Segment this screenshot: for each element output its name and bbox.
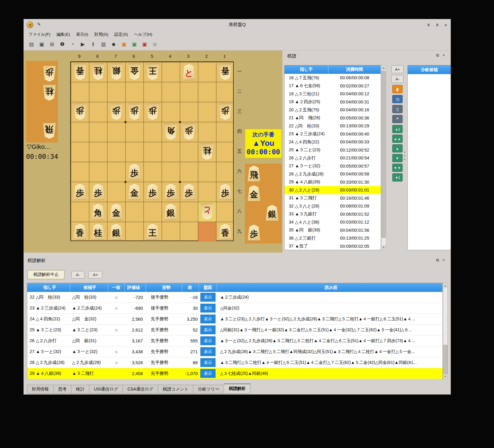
face-icon[interactable]: ☺ — [151, 40, 159, 48]
piece-銀[interactable]: 銀 — [164, 204, 178, 220]
analysis-row[interactable]: 22 △同 桂(33)△同 桂(33)○-720後手優勢-16表示▲２三歩成(2… — [27, 292, 443, 303]
mark-green-icon[interactable]: ▣ — [130, 40, 138, 48]
comment-button[interactable]: ❝ — [392, 115, 403, 123]
panel-splitter[interactable] — [404, 152, 406, 164]
analysis-scrollbar[interactable]: ▲ ▼ — [443, 283, 448, 379]
show-board-button[interactable]: 表示 — [200, 293, 216, 302]
tab-CSA通信ログ[interactable]: CSA通信ログ — [123, 385, 158, 394]
menu-編集(E)[interactable]: 編集(E) — [54, 31, 73, 38]
sente-hand-piece-銀[interactable]: 銀 — [265, 205, 279, 221]
piece-歩[interactable]: 歩 — [127, 104, 141, 120]
kifu-row[interactable]: 16 △７五飛(76)00:06/00:00:08 — [285, 74, 381, 82]
nav-forward10-button[interactable]: ▼▼ — [392, 164, 403, 172]
kifu-row[interactable]: 20 △２五飛(75)00:04/00:00:16 — [285, 106, 381, 114]
menu-設定(S)[interactable]: 設定(S) — [111, 31, 131, 38]
tab-棋譜解析[interactable]: 棋譜解析 — [224, 384, 250, 394]
bookmark-button[interactable]: ▮ — [392, 85, 403, 93]
show-board-button[interactable]: 表示 — [200, 304, 216, 312]
kifu-row[interactable]: 37 ▲投了00:09/00:02:05 — [285, 242, 381, 250]
kifu-row[interactable]: 29 ▲４八銀(39)00:33/00:01:30 — [285, 178, 381, 186]
analysis-row[interactable]: 23 ▲２三歩成(24)▲２三歩成(24)○-690後手優勢30表示△同金(32… — [27, 303, 443, 314]
piece-香[interactable]: 香 — [73, 64, 87, 80]
show-board-button[interactable]: 表示 — [200, 369, 216, 378]
piece-歩[interactable]: 歩 — [218, 104, 232, 120]
piece-歩[interactable]: 歩 — [182, 124, 196, 140]
piece-王[interactable]: 王 — [146, 224, 160, 240]
menu-表示(I)[interactable]: 表示(I) — [73, 31, 91, 38]
gote-hand-piece-飛[interactable]: 飛 — [42, 123, 56, 139]
piece-香[interactable]: 香 — [73, 224, 87, 240]
kifu-row[interactable]: 27 ▲３一と(32)00:05/00:00:57 — [285, 162, 381, 170]
mark-red-icon[interactable]: ▣ — [140, 40, 149, 48]
stop-analysis-button[interactable]: 棋譜解析中止 — [28, 270, 64, 279]
kifu-row[interactable]: 28 △２九歩成(28)00:04/00:00:58 — [285, 170, 381, 178]
mark-orange-icon[interactable]: ▣ — [120, 40, 128, 48]
kifu-font-smaller-button[interactable]: A- — [391, 75, 403, 83]
float-panel-icon[interactable]: ⧉ — [436, 53, 439, 58]
piece-王[interactable]: 王 — [146, 64, 160, 80]
show-board-button[interactable]: 表示 — [200, 358, 216, 367]
piece-銀[interactable]: 銀 — [109, 224, 123, 240]
menu-ファイル(F)[interactable]: ファイル(F) — [25, 31, 54, 38]
piece-桂[interactable]: 桂 — [91, 64, 105, 80]
nav-first-button[interactable]: ▲| — [392, 125, 403, 133]
clock-button[interactable]: ◷ — [392, 95, 403, 103]
kifu-row[interactable]: 22 △同 桂(33)00:13/00:00:29 — [285, 122, 381, 130]
kifu-scrollbar[interactable]: ▲ ▼ — [381, 65, 386, 250]
nav-forward-button[interactable]: ▼ — [392, 154, 403, 162]
nav-last-button[interactable]: ▼| — [392, 173, 403, 181]
kifu-row[interactable]: 19 ▲２四歩(25)00:04/00:00:31 — [285, 98, 381, 106]
scroll-down-arrow[interactable]: ▼ — [443, 374, 447, 379]
tab-分岐ツリー[interactable]: 分岐ツリー — [193, 385, 224, 394]
scroll-up-arrow[interactable]: ▲ — [443, 283, 447, 288]
kifu-row[interactable]: 32 △３八と(28)00:08/00:01:09 — [285, 202, 381, 210]
analysis-row[interactable]: 29 ▲４八銀(39)▲３二飛打2,456先手勝勢-1,070表示△３七桂成(2… — [27, 368, 443, 379]
close-button[interactable]: × — [444, 22, 447, 28]
analysis-row[interactable]: 25 ▲３二と(23)▲３二と(23)○2,612先手勝勢52表示△同銀(31)… — [27, 325, 443, 335]
analysis-row[interactable]: 28 △２九歩成(28)△２九歩成(28)○3,526先手勝勢88表示▲３二飛打… — [27, 357, 443, 368]
shogi-board[interactable]: 香桂銀金王と香歩歩歩歩歩角歩桂歩歩歩金歩歩歩歩角金銀と香桂銀王香 — [70, 61, 234, 241]
scroll-up-arrow[interactable]: ▲ — [381, 65, 386, 70]
analysis-row[interactable]: 27 ▲３一と(32)▲３一と(32)○3,438先手勝勢271表示△２九歩成(… — [27, 346, 443, 357]
kifu-scroll-thumb[interactable] — [382, 71, 386, 238]
piece-銀[interactable]: 銀 — [109, 64, 123, 80]
gote-hand-piece-桂[interactable]: 桂 — [42, 84, 56, 101]
nav-back-button[interactable]: ▲ — [392, 144, 403, 152]
show-board-button[interactable]: 表示 — [200, 336, 216, 345]
tab-思考[interactable]: 思考 — [54, 385, 71, 394]
show-board-button[interactable]: 表示 — [200, 347, 216, 356]
close-panel-icon[interactable]: × — [443, 53, 445, 58]
piece-香[interactable]: 香 — [218, 224, 232, 240]
pause-icon[interactable]: ‖ — [89, 40, 97, 48]
piece-歩[interactable]: 歩 — [146, 104, 160, 120]
piece-歩[interactable]: 歩 — [73, 184, 87, 200]
sente-hand-piece-金[interactable]: 金 — [247, 185, 261, 201]
kifu-font-larger-button[interactable]: A+ — [391, 65, 403, 73]
kifu-row[interactable]: 33 ▲３九銀打00:06/00:01:52 — [285, 210, 381, 218]
kifu-row[interactable]: 31 ▲３二飛打00:16/00:01:46 — [285, 194, 381, 202]
board-edit-icon[interactable]: ⊞ — [48, 40, 56, 48]
piece-金[interactable]: 金 — [127, 184, 141, 200]
flag-button[interactable]: ▯ — [392, 105, 403, 113]
piece-桂[interactable]: 桂 — [200, 144, 214, 160]
piece-歩[interactable]: 歩 — [146, 184, 160, 200]
kifu-row[interactable]: 26 △２八歩打00:21/00:00:54 — [285, 154, 381, 162]
shade-button[interactable]: ∨ — [427, 22, 430, 28]
font-smaller-button[interactable]: A- — [71, 271, 84, 279]
piece-と[interactable]: と — [182, 64, 196, 80]
tab-棋譜コメント[interactable]: 棋譜コメント — [158, 385, 193, 394]
kifu-row[interactable]: 25 ▲３二と(23)00:12/00:00:52 — [285, 146, 381, 154]
piece-歩[interactable]: 歩 — [109, 104, 123, 120]
piece-香[interactable]: 香 — [218, 64, 232, 80]
piece-歩[interactable]: 歩 — [182, 184, 196, 200]
tab-USI通信ログ[interactable]: USI通信ログ — [89, 385, 123, 394]
kifu-row[interactable]: 36 △２三銀打00:13/00:01:25 — [285, 234, 381, 242]
engine-icon[interactable]: ☻ — [110, 40, 118, 48]
analysis-scroll-thumb[interactable] — [443, 345, 447, 374]
copy-kifu-icon[interactable]: ▥ — [99, 40, 107, 48]
sente-hand-piece-歩[interactable]: 歩 — [247, 224, 261, 241]
info-icon[interactable]: ❶ — [58, 40, 66, 48]
menu-対局(G)[interactable]: 対局(G) — [91, 31, 111, 38]
analysis-row[interactable]: 24 △４四角(22)△同 金(32)2,560先手勝勢3,250表示▲３二と(… — [27, 314, 443, 325]
rotate-board-icon[interactable]: ◔ — [68, 40, 77, 48]
